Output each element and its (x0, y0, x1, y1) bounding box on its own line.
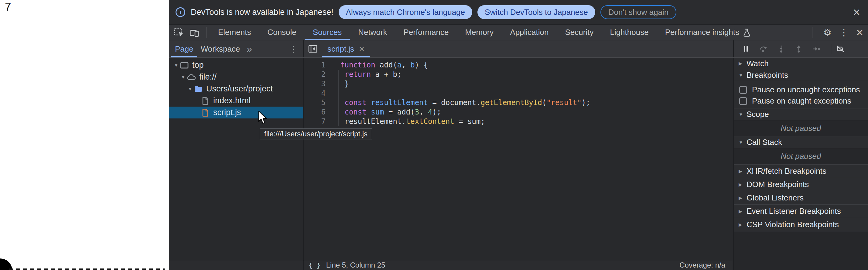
gear-icon[interactable]: ⚙ (824, 28, 832, 37)
checkbox-row-pause-on-uncaught-exceptions[interactable]: Pause on uncaught exceptions (734, 84, 868, 95)
tab-elements[interactable]: Elements (210, 25, 259, 40)
step-over-icon[interactable] (757, 43, 770, 55)
section-header-event-listener-breakpoints[interactable]: ▶Event Listener Breakpoints (734, 204, 868, 218)
folder-icon (194, 84, 203, 94)
dock-edge (9, 268, 165, 270)
tree-item-top[interactable]: ▼top (169, 59, 303, 71)
checkbox-row-pause-on-caught-exceptions[interactable]: Pause on caught exceptions (734, 95, 868, 107)
cloud-icon (187, 72, 196, 82)
tab-performance[interactable]: Performance (396, 25, 457, 40)
checkbox[interactable] (739, 86, 747, 94)
line-number[interactable]: 2 (304, 70, 326, 79)
debugger-sidebar: ▶Watch▼BreakpointsPause on uncaught exce… (733, 58, 868, 270)
tab-memory[interactable]: Memory (457, 25, 502, 40)
editor-tab-close-icon[interactable]: × (359, 44, 365, 54)
checkbox[interactable] (739, 97, 747, 105)
code-text[interactable]: const sum = add(3, 4); (326, 108, 441, 116)
line-number[interactable]: 3 (304, 80, 326, 88)
sidebar-filler (734, 231, 868, 270)
cursor-position-label: Line 5, Column 25 (326, 261, 385, 269)
code-text[interactable]: function add(a, b) { (326, 61, 428, 69)
section-label: DOM Breakpoints (746, 180, 809, 189)
tab-application[interactable]: Application (502, 25, 557, 40)
section-header-breakpoints[interactable]: ▼Breakpoints (734, 69, 868, 81)
code-text[interactable]: resultElement.textContent = sum; (326, 117, 485, 126)
frame-icon (180, 61, 189, 70)
notification-close-icon[interactable]: × (851, 6, 862, 18)
line-number[interactable]: 1 (304, 61, 326, 69)
tab-page[interactable]: Page (171, 40, 197, 57)
tree-item-script-js[interactable]: script.js (169, 107, 303, 118)
tree-item-users-user-project[interactable]: ▼Users/user/project (169, 83, 303, 95)
chevron-down-icon: ▼ (739, 112, 746, 117)
checkbox-label: Pause on caught exceptions (752, 96, 851, 106)
tree-item-file[interactable]: ▼file:// (169, 71, 303, 83)
dont-show-again-button[interactable]: Don't show again (600, 5, 677, 19)
section-header-global-listeners[interactable]: ▶Global Listeners (734, 191, 868, 204)
code-text[interactable]: return a + b; (326, 70, 402, 79)
tab-lighthouse[interactable]: Lighthouse (602, 25, 657, 40)
sources-content: ▼top▼file://▼Users/user/projectindex.htm… (169, 58, 868, 270)
section-header-call-stack[interactable]: ▼Call Stack (734, 137, 868, 148)
navigator-kebab-icon[interactable]: ⋮ (289, 40, 303, 57)
section-label: Scope (746, 110, 769, 119)
file-js-icon (201, 108, 210, 117)
tab-workspace[interactable]: Workspace (197, 40, 244, 57)
pause-icon[interactable] (740, 43, 752, 55)
code-line-7: 7 resultElement.textContent = sum; (304, 117, 733, 126)
section-header-watch[interactable]: ▶Watch (734, 58, 868, 69)
more-tabs-icon[interactable]: » (244, 40, 255, 57)
tab-console[interactable]: Console (259, 25, 304, 40)
editor-header: script.js × (304, 40, 733, 57)
mouse-cursor (258, 111, 269, 124)
tree-expand-icon[interactable]: ▼ (180, 74, 187, 80)
debugger-toolbar (733, 40, 868, 57)
line-number[interactable]: 7 (304, 117, 326, 126)
section-header-dom-breakpoints[interactable]: ▶DOM Breakpoints (734, 178, 868, 191)
section-header-xhr-fetch-breakpoints[interactable]: ▶XHR/fetch Breakpoints (734, 164, 868, 178)
tree-item-index-html[interactable]: index.html (169, 95, 303, 107)
switch-devtools-japanese-button[interactable]: Switch DevTools to Japanese (477, 5, 595, 19)
kebab-menu-icon[interactable]: ⋮ (839, 28, 848, 37)
section-label: Global Listeners (746, 193, 804, 203)
code-text[interactable]: } (326, 80, 349, 88)
tree-expand-icon[interactable]: ▼ (186, 86, 194, 91)
editor-tab-script-js[interactable]: script.js × (322, 40, 370, 57)
tab-performance-insights[interactable]: Performance insights (657, 25, 759, 40)
gutter-border (338, 70, 339, 126)
devtools-window: i DevTools is now available in Japanese!… (169, 0, 868, 270)
line-number[interactable]: 6 (304, 108, 326, 116)
tab-network[interactable]: Network (350, 25, 395, 40)
deactivate-breakpoints-icon[interactable] (834, 43, 846, 55)
tree-item-label: Users/user/project (206, 84, 273, 94)
notification-bar: i DevTools is now available in Japanese!… (169, 0, 868, 25)
inspect-element-icon[interactable] (173, 27, 185, 38)
section-label: Breakpoints (746, 70, 788, 80)
hide-navigator-icon[interactable] (304, 40, 318, 57)
line-number[interactable]: 4 (304, 89, 326, 97)
checkbox-label: Pause on uncaught exceptions (752, 85, 860, 94)
tab-security[interactable]: Security (557, 25, 602, 40)
step-into-icon[interactable] (775, 43, 787, 55)
main-toolbar: ElementsConsoleSourcesNetworkPerformance… (169, 25, 868, 40)
code-line-4: 4 (304, 88, 733, 98)
code-editor[interactable]: 1function add(a, b) {2 return a + b;3 }4… (304, 58, 733, 270)
code-line-1: 1function add(a, b) { (304, 60, 733, 69)
section-header-scope[interactable]: ▼Scope (734, 109, 868, 120)
step-out-icon[interactable] (793, 43, 805, 55)
pretty-print-icon[interactable]: { } (309, 262, 321, 269)
device-toolbar-icon[interactable] (188, 27, 200, 38)
tab-sources[interactable]: Sources (305, 25, 350, 40)
tree-item-label: file:// (199, 72, 217, 82)
section-header-csp-violation-breakpoints[interactable]: ▶CSP Violation Breakpoints (734, 218, 868, 231)
editor-tab-label: script.js (328, 44, 354, 54)
close-icon[interactable]: × (857, 27, 863, 38)
tree-item-label: script.js (213, 108, 241, 117)
tree-expand-icon[interactable]: ▼ (173, 63, 180, 68)
step-icon[interactable] (810, 43, 823, 55)
section-empty-state: Not paused (734, 148, 868, 164)
always-match-language-button[interactable]: Always match Chrome's language (339, 5, 472, 19)
section-label: XHR/fetch Breakpoints (746, 167, 827, 176)
line-number[interactable]: 5 (304, 98, 326, 107)
code-text[interactable]: const resultElement = document.getElemen… (326, 98, 590, 107)
